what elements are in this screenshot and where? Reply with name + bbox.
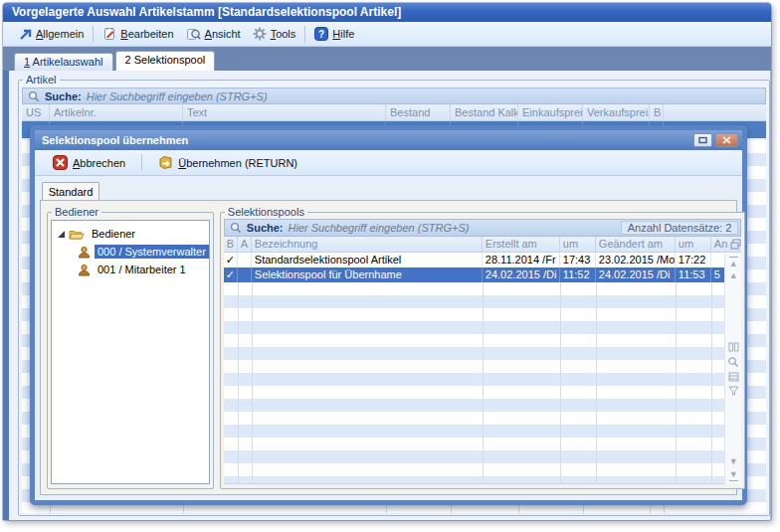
scroll-up-button[interactable]: ▲ (729, 269, 738, 282)
scroll-down-button[interactable]: ▼ (729, 455, 738, 468)
tree-root-bediener[interactable]: Bediener (52, 225, 209, 243)
tree-item-systemverwalter[interactable]: 000 / Systemverwalter (52, 243, 209, 261)
tab-selektionspool[interactable]: 2 Selektionspool (115, 51, 216, 71)
artikel-group-label: Artikel (23, 74, 60, 86)
column-header-erstellt-um[interactable]: um (560, 237, 596, 252)
artikel-search-input[interactable]: Suche: Hier Suchbegriff eingeben (STRG+S… (22, 88, 766, 104)
column-header-einkaufspreis[interactable]: Einkaufspreis (518, 104, 583, 120)
geaendert-am-cell: 23.02.2015 /Mo (596, 253, 676, 267)
bediener-group: Bediener Bediener (47, 206, 214, 489)
tab-artikelauswahl[interactable]: 1 Artikelauswahl (14, 53, 113, 71)
column-header-artikelnr[interactable]: Artikelnr. (50, 104, 183, 120)
bezeichnung-cell: Selektionspool für Übernhame (252, 267, 483, 282)
menu-ansicht[interactable]: Ansicht (180, 25, 247, 43)
column-header-b[interactable]: B (650, 104, 664, 120)
tab-standard[interactable]: Standard (42, 182, 99, 200)
dialog-panel: Bediener Bediener (40, 200, 737, 495)
column-header-geaendert-am[interactable]: Geändert am (596, 237, 676, 252)
scroll-to-bottom-button[interactable]: ▼ (729, 468, 738, 481)
erstellt-um-cell: 17:43 (560, 253, 596, 267)
column-header-us[interactable]: US (22, 104, 50, 120)
tree-item-mitarbeiter1[interactable]: 001 / Mitarbeiter 1 (52, 261, 209, 278)
columns-icon[interactable] (728, 342, 739, 352)
uebernehmen-icon (158, 155, 173, 170)
table-icon[interactable] (728, 372, 739, 382)
filter-icon[interactable] (728, 386, 739, 396)
geaendert-am-cell: 24.02.2015 /Di (596, 267, 676, 282)
pool-row-uebernahme[interactable]: ✓ Selektionspool für Übernhame 24.02.201… (224, 267, 741, 282)
restore-button[interactable] (693, 133, 712, 147)
artikel-table-header: US Artikelnr. Text Bestand Bestand Kalk.… (22, 104, 766, 121)
menu-separator (304, 26, 305, 42)
selektionspools-group-label: Selektionspools (225, 206, 307, 218)
svg-text:?: ? (318, 29, 324, 40)
menu-tools[interactable]: Tools (247, 25, 302, 43)
magnifier-document-icon (186, 27, 201, 41)
dialog-window: Selektionspool übernehmen Abbrechen (30, 125, 747, 505)
tree-item-label: 001 / Mitarbeiter 1 (95, 263, 189, 276)
gear-icon (253, 27, 267, 41)
user-icon (78, 246, 91, 259)
arrow-up-right-icon (19, 28, 32, 41)
artikel-search-label: Suche: (45, 90, 82, 102)
column-header-erstellt-am[interactable]: Erstellt am (483, 237, 560, 252)
column-header-geaendert-um[interactable]: um (676, 237, 711, 252)
column-header-bestand[interactable]: Bestand (386, 104, 451, 120)
restore-icon (698, 136, 707, 144)
column-header-bestand-kalk[interactable]: Bestand Kalk. (451, 104, 518, 120)
menu-hilfe[interactable]: ? Hilfe (308, 25, 360, 43)
pool-row-standardselektionspool[interactable]: ✓ Standardselektionspool Artikel 28.11.2… (224, 253, 741, 267)
cancel-x-icon (53, 155, 68, 170)
column-header-verkaufspreis[interactable]: Verkaufspreis (583, 104, 650, 120)
dialog-title: Selektionspool übernehmen (42, 134, 188, 146)
tree-item-label: 000 / Systemverwalter (95, 245, 209, 259)
menu-separator (93, 26, 94, 42)
column-header-an[interactable]: An (711, 237, 741, 252)
help-icon: ? (314, 27, 328, 41)
menu-bearbeiten[interactable]: Bearbeiten (97, 25, 179, 43)
search-icon (28, 90, 40, 102)
menu-allgemein[interactable]: Allgemein (13, 26, 90, 43)
pools-search-input[interactable]: Suche: Hier Suchbegriff eingeben (STRG+S… (224, 219, 741, 237)
record-count-badge: Anzahl Datensätze: 2 (621, 221, 739, 235)
a-cell (238, 267, 252, 282)
column-header-a[interactable]: A (238, 237, 252, 252)
uebernehmen-button[interactable]: Übernehmen (RETURN) (152, 153, 303, 172)
dialog-body: Standard Bediener Bediener (35, 176, 742, 500)
menu-hilfe-label: Hilfe (332, 28, 354, 40)
grid-search-icon[interactable] (727, 356, 739, 368)
uebernehmen-button-label: Übernehmen (RETURN) (178, 157, 297, 169)
column-header-b[interactable]: B (224, 237, 238, 252)
folder-open-icon (69, 228, 85, 241)
menu-ansicht-label: Ansicht (205, 28, 241, 40)
main-titlebar[interactable]: Vorgelagerte Auswahl Artikelstamm [Stand… (3, 3, 771, 22)
a-cell (238, 253, 252, 267)
main-tabstrip: 1 Artikelauswahl 2 Selektionspool (3, 47, 771, 71)
screen: Vorgelagerte Auswahl Artikelstamm [Stand… (0, 0, 780, 532)
dialog-titlebar[interactable]: Selektionspool übernehmen (35, 130, 742, 150)
scroll-to-top-button[interactable]: ▲ (729, 257, 738, 269)
copy-windows-icon (730, 239, 741, 250)
grid-scroll-strip: ▲ ▲ (724, 254, 741, 484)
menu-bearbeiten-label: Bearbeiten (120, 28, 173, 40)
cancel-button-label: Abbrechen (73, 157, 125, 169)
edit-notebook-icon (102, 27, 116, 41)
close-button[interactable] (715, 133, 738, 147)
tree-expander-icon[interactable] (58, 231, 65, 238)
bediener-tree: Bediener 000 / Systemverwalter (51, 220, 210, 484)
user-icon (78, 264, 91, 276)
column-header-filler (664, 104, 766, 120)
column-header-bezeichnung[interactable]: Bezeichnung (252, 237, 483, 252)
erstellt-um-cell: 11:52 (560, 267, 596, 282)
selektionspools-group: Selektionspools Suche: Hier Suchbegriff … (220, 206, 745, 489)
bediener-group-label: Bediener (52, 206, 101, 218)
cancel-button[interactable]: Abbrechen (47, 153, 131, 172)
geaendert-um-cell: 17:22 (676, 253, 711, 267)
menu-allgemein-label: Allgemein (36, 28, 84, 40)
pools-table-body[interactable] (224, 282, 741, 484)
search-icon (230, 222, 242, 234)
pools-table-header: B A Bezeichnung Erstellt am um Geändert … (224, 237, 741, 253)
menu-tools-label: Tools (271, 28, 296, 40)
column-header-text[interactable]: Text (183, 104, 386, 120)
artikel-search-placeholder: Hier Suchbegriff eingeben (STRG+S) (87, 90, 268, 102)
